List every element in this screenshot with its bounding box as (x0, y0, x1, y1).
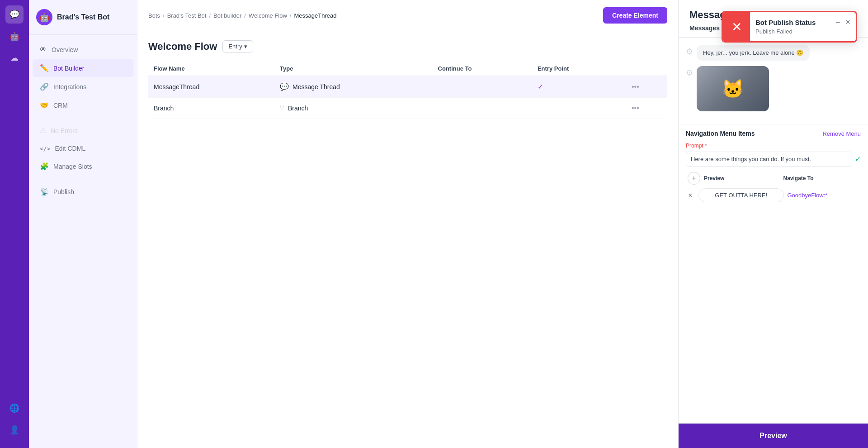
breadcrumb-bots[interactable]: Bots (148, 12, 160, 19)
toast-minimize-button[interactable]: − (835, 17, 841, 28)
more-options-icon-branch[interactable]: ••• (632, 104, 639, 112)
toast-error-icon: ✕ (731, 19, 742, 34)
crm-icon: 🤝 (40, 101, 49, 110)
row-more-branch[interactable]: ••• (626, 98, 667, 119)
globe-icon[interactable]: 🌐 (5, 399, 24, 417)
preview-button[interactable]: Preview (679, 424, 868, 448)
bot-icon[interactable]: 🤖 (5, 27, 24, 45)
toast: ✕ Bot Publish Status Publish Failed − × (722, 11, 857, 43)
message-area: ⚙ Hey, jer... you jerk. Leave me alone 🙃… (679, 45, 868, 124)
breadcrumb: Bots / Brad's Test Bot / Bot builder / W… (148, 12, 336, 19)
sidebar-item-overview[interactable]: 👁 Overview (33, 41, 133, 58)
flow-header: Welcome Flow Entry ▾ (148, 40, 667, 52)
row-continue-to-message-thread (433, 76, 532, 98)
navigate-to-column-header: Navigate To (783, 175, 859, 181)
entry-badge[interactable]: Entry ▾ (222, 40, 253, 52)
sidebar-item-bot-builder[interactable]: ✏️ Bot Builder (33, 59, 133, 77)
preview-column-header: Preview (704, 175, 780, 181)
row-name-branch: Branch (148, 98, 274, 119)
breadcrumb-sep-2: / (209, 12, 211, 19)
branch-icon: ⑂ (280, 104, 284, 112)
code-icon: </> (40, 145, 50, 152)
menu-item-navigate-to[interactable]: GoodbyeFlow:* (788, 192, 861, 199)
table-header-flow-name: Flow Name (148, 62, 274, 76)
sidebar-item-label-no-errors: No Errors (51, 127, 78, 134)
row-type-label-branch: Branch (288, 105, 308, 112)
sidebar-item-integrations[interactable]: 🔗 Integrations (33, 78, 133, 95)
remove-menu-link[interactable]: Remove Menu (822, 130, 861, 137)
sidebar-item-publish[interactable]: 📡 Publish (33, 183, 133, 200)
right-panel: Messag Messages ⚙ Hey, jer... you jerk. … (678, 0, 868, 448)
flow-title: Welcome Flow (148, 41, 217, 52)
sidebar: 🤖 Brad's Test Bot 👁 Overview ✏️ Bot Buil… (29, 0, 137, 448)
create-element-button[interactable]: Create Element (603, 7, 667, 24)
toast-close-button[interactable]: × (844, 17, 851, 28)
more-options-icon[interactable]: ••• (632, 83, 639, 91)
add-menu-item-button[interactable]: + (688, 172, 700, 185)
sidebar-item-crm[interactable]: 🤝 CRM (33, 96, 133, 114)
table-header-type: Type (274, 62, 433, 76)
breadcrumb-welcome-flow[interactable]: Welcome Flow (249, 12, 287, 19)
bot-builder-icon: ✏️ (40, 64, 49, 72)
user-icon[interactable]: 👤 (5, 421, 24, 439)
row-more-message-thread[interactable]: ••• (626, 76, 667, 98)
row-entry-point-message-thread: ✓ (532, 76, 626, 98)
flow-table: Flow Name Type Continue To Entry Point M… (148, 62, 667, 119)
prompt-label: Prompt * (686, 143, 861, 149)
table-row[interactable]: MessageThread 💬 Message Thread ✓ ••• (148, 76, 667, 98)
sidebar-item-label-manage-slots: Manage Slots (53, 163, 92, 170)
row-type-message-thread: 💬 Message Thread (274, 76, 433, 98)
overview-icon: 👁 (40, 46, 47, 54)
sidebar-divider (36, 118, 130, 118)
sidebar-item-label-bot-builder: Bot Builder (53, 65, 84, 72)
right-panel-footer: Preview (679, 423, 868, 448)
message-thread-icon: 💬 (280, 82, 289, 91)
prompt-input[interactable] (686, 152, 852, 167)
chat-icon[interactable]: 💬 (5, 5, 24, 24)
image-settings-icon[interactable]: ⚙ (686, 68, 693, 78)
sidebar-item-label-crm: CRM (53, 102, 68, 109)
row-name-message-thread: MessageThread (148, 76, 274, 98)
icon-bar-bottom: 🌐 👤 (5, 399, 24, 443)
publish-icon: 📡 (40, 187, 49, 196)
table-header-continue-to: Continue To (433, 62, 532, 76)
flow-area: Welcome Flow Entry ▾ Flow Name Type Cont… (137, 31, 678, 448)
toast-actions: − × (835, 12, 856, 41)
prompt-check-icon: ✓ (855, 155, 861, 163)
row-type-branch: ⑂ Branch (274, 98, 433, 119)
table-row[interactable]: Branch ⑂ Branch ••• (148, 98, 667, 119)
entry-badge-label: Entry (228, 43, 242, 50)
sidebar-item-edit-cdml[interactable]: </> Edit CDML (33, 140, 133, 157)
breadcrumb-bot-builder[interactable]: Bot builder (213, 12, 241, 19)
row-type-label-message-thread: Message Thread (292, 83, 340, 91)
sidebar-item-label-publish: Publish (53, 188, 74, 195)
sidebar-divider-2 (36, 179, 130, 179)
toast-overlay: ✕ Bot Publish Status Publish Failed − × (722, 11, 857, 43)
remove-menu-item-button[interactable]: × (686, 191, 695, 200)
sidebar-item-label-overview: Overview (52, 46, 78, 53)
menu-item-preview[interactable]: GET OUTTA HERE! (698, 188, 784, 202)
toast-body: Bot Publish Status Publish Failed (750, 12, 835, 41)
breadcrumb-bot-name[interactable]: Brad's Test Bot (167, 12, 207, 19)
toast-title: Bot Publish Status (755, 19, 829, 26)
checkmark-icon: ✓ (538, 83, 543, 91)
sidebar-item-label-integrations: Integrations (53, 83, 86, 91)
cloud-icon[interactable]: ☁ (5, 49, 24, 67)
breadcrumb-sep-1: / (163, 12, 165, 19)
message-bubble-text: Hey, jer... you jerk. Leave me alone 🙃 (697, 45, 810, 61)
navigation-menu-title: Navigation Menu Items (686, 130, 755, 137)
breadcrumb-sep-3: / (244, 12, 246, 19)
cat-image: 🐱 (697, 66, 769, 111)
message-settings-icon[interactable]: ⚙ (686, 47, 693, 57)
icon-bar: 💬 🤖 ☁ 🌐 👤 (0, 0, 29, 448)
warning-icon: ⚠ (40, 126, 46, 135)
prompt-input-row: ✓ (686, 152, 861, 167)
toast-icon-col: ✕ (723, 12, 750, 41)
sidebar-item-no-errors: ⚠ No Errors (33, 122, 133, 139)
navigation-menu-header: Navigation Menu Items Remove Menu (686, 130, 861, 137)
sidebar-header: 🤖 Brad's Test Bot (29, 0, 137, 35)
message-row-image: ⚙ 🐱 (686, 66, 861, 111)
sidebar-item-label-edit-cdml: Edit CDML (55, 145, 85, 152)
sidebar-item-manage-slots[interactable]: 🧩 Manage Slots (33, 157, 133, 175)
avatar: 🤖 (36, 9, 52, 25)
